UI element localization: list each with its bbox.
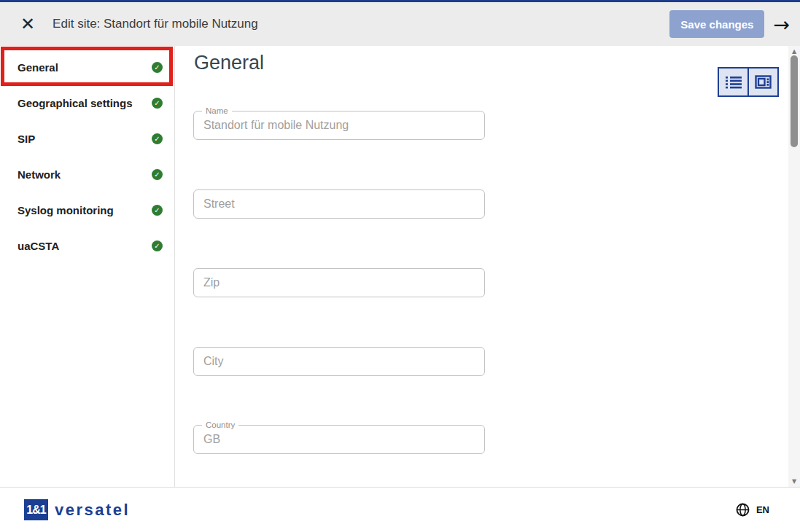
name-field: Name: [193, 111, 485, 140]
logo-wordmark: versatel: [55, 501, 130, 520]
main-panel: General Name: [176, 46, 788, 487]
sidebar-item-geographical-settings[interactable]: Geographical settings ✓: [0, 85, 174, 121]
language-selector[interactable]: EN: [736, 503, 769, 517]
name-input[interactable]: [194, 112, 484, 139]
sidebar-item-general[interactable]: General ✓: [0, 50, 174, 85]
country-field: Country: [193, 425, 485, 454]
panel-view-icon: [755, 75, 772, 89]
zip-input[interactable]: [194, 269, 484, 297]
save-changes-button[interactable]: Save changes: [669, 10, 764, 38]
sidebar-item-syslog-monitoring[interactable]: Syslog monitoring ✓: [0, 192, 174, 228]
view-toggle-group: [718, 67, 779, 97]
zip-field: [193, 268, 485, 297]
footer: 1&1 versatel EN: [0, 487, 800, 532]
versatel-logo: 1&1 versatel: [24, 499, 130, 520]
sidebar-item-uacsta[interactable]: uaCSTA ✓: [0, 228, 174, 264]
sidebar-nav: General ✓ Geographical settings ✓ SIP ✓ …: [0, 46, 175, 487]
forward-arrow-icon[interactable]: →: [773, 15, 790, 34]
country-field-label: Country: [202, 420, 238, 430]
street-field: [193, 189, 485, 219]
sidebar-item-label: Geographical settings: [18, 97, 133, 109]
dialog-title: Edit site: Standort für mobile Nutzung: [53, 17, 258, 31]
sidebar-item-sip[interactable]: SIP ✓: [0, 121, 174, 157]
panel-view-button[interactable]: [749, 69, 777, 95]
city-input[interactable]: [194, 348, 484, 375]
street-input[interactable]: [194, 190, 484, 218]
sidebar-item-label: Syslog monitoring: [18, 204, 114, 216]
check-circle-icon: ✓: [152, 240, 163, 251]
sidebar-item-label: SIP: [18, 133, 35, 145]
check-circle-icon: ✓: [152, 62, 163, 73]
logo-1und1-box: 1&1: [24, 499, 48, 520]
dialog-header: ✕ Edit site: Standort für mobile Nutzung…: [0, 2, 800, 46]
scroll-down-icon[interactable]: ▼: [788, 478, 800, 485]
city-field: [193, 347, 485, 376]
check-circle-icon: ✓: [152, 205, 163, 216]
section-heading: General: [194, 52, 264, 74]
sidebar-item-label: uaCSTA: [18, 240, 59, 252]
scrollbar-thumb[interactable]: [791, 55, 798, 147]
vertical-scrollbar[interactable]: ▲ ▼: [788, 46, 800, 487]
check-circle-icon: ✓: [152, 98, 163, 109]
sidebar-item-network[interactable]: Network ✓: [0, 157, 174, 192]
sidebar-item-label: General: [18, 61, 58, 74]
name-field-label: Name: [202, 106, 232, 116]
globe-icon: [736, 503, 750, 517]
check-circle-icon: ✓: [152, 169, 163, 180]
language-code: EN: [756, 504, 769, 515]
list-view-button[interactable]: [719, 69, 749, 95]
check-circle-icon: ✓: [152, 133, 163, 144]
scroll-up-icon[interactable]: ▲: [788, 48, 800, 55]
close-icon[interactable]: ✕: [18, 14, 38, 34]
sidebar-item-label: Network: [18, 168, 61, 181]
list-view-icon: [726, 76, 742, 89]
